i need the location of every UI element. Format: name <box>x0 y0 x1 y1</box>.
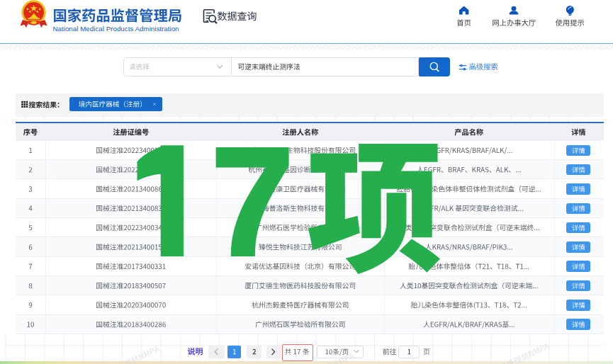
svg-text:National Medical Products Admi: National Medical Products Administration <box>53 25 179 33</box>
